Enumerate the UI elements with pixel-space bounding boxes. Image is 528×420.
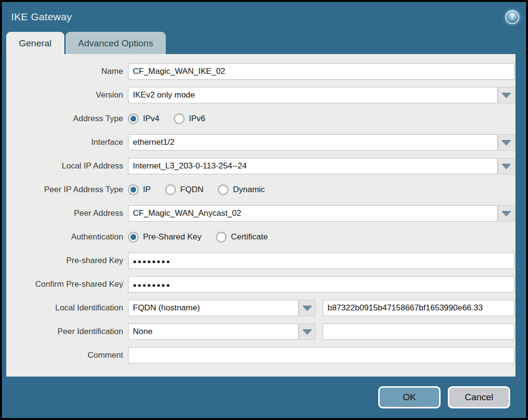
radio-label: IPv6 (189, 114, 205, 124)
peer-address-dropdown-value[interactable]: CF_Magic_WAN_Anycast_02 (128, 205, 498, 222)
chevron-down-icon (501, 140, 511, 145)
version-dropdown: IKEv2 only mode (128, 87, 514, 103)
row-version: Version IKEv2 only mode (6, 87, 514, 103)
peer-address-dropdown-button[interactable] (498, 205, 514, 222)
radio-option-pre-shared-key[interactable]: Pre-Shared Key (128, 232, 201, 242)
local-identification-type-value[interactable]: FQDN (hostname) (128, 300, 299, 316)
row-local-ip-address: Local IP Address Internet_L3_203-0-113-2… (6, 158, 514, 174)
version-dropdown-button[interactable] (498, 87, 514, 103)
row-address-type: Address Type IPv4 IPv6 (6, 111, 514, 127)
comment-input[interactable] (128, 347, 514, 364)
radio-label: IP (143, 185, 151, 195)
ok-button[interactable]: OK (378, 386, 441, 408)
ike-gateway-dialog: IKE Gateway ? General Advanced Options N… (0, 0, 528, 420)
help-icon[interactable]: ? (505, 10, 519, 24)
row-comment: Comment (6, 347, 514, 364)
row-pre-shared-key: Pre-shared Key (6, 252, 514, 269)
row-peer-address: Peer Address CF_Magic_WAN_Anycast_02 (6, 205, 514, 222)
version-label: Version (6, 90, 123, 100)
peer-identification-type-value[interactable]: None (128, 323, 299, 340)
local-identification-label: Local Identification (6, 303, 123, 313)
radio-selected-icon[interactable] (128, 184, 139, 195)
tab-general[interactable]: General (6, 32, 64, 54)
row-name: Name (6, 63, 514, 80)
authentication-radio-group: Pre-Shared Key Certificate (128, 232, 268, 242)
row-peer-ip-address-type: Peer IP Address Type IP FQDN Dynamic (6, 182, 514, 198)
radio-label: IPv4 (143, 114, 159, 124)
radio-label: Dynamic (233, 185, 265, 195)
peer-address-dropdown: CF_Magic_WAN_Anycast_02 (128, 205, 514, 222)
radio-option-dynamic[interactable]: Dynamic (218, 184, 265, 195)
tab-bar: General Advanced Options (2, 32, 526, 54)
general-tab-panel: Name Version IKEv2 only mode Address Typ… (6, 54, 515, 377)
name-label: Name (6, 67, 123, 76)
chevron-down-icon (302, 306, 312, 311)
chevron-down-icon (501, 93, 511, 98)
local-ip-dropdown: Internet_L3_203-0-113-254--24 (128, 158, 514, 174)
peer-address-label: Peer Address (6, 209, 123, 218)
local-ip-dropdown-button[interactable] (498, 158, 514, 174)
authentication-label: Authentication (6, 232, 123, 242)
radio-option-ip[interactable]: IP (128, 184, 151, 195)
radio-unselected-icon[interactable] (216, 232, 227, 242)
radio-option-certificate[interactable]: Certificate (216, 232, 268, 242)
radio-option-ipv6[interactable]: IPv6 (174, 113, 205, 124)
cancel-button[interactable]: Cancel (448, 386, 510, 408)
dialog-titlebar: IKE Gateway ? (2, 2, 526, 32)
radio-label: FQDN (180, 185, 203, 195)
peer-identification-value-input[interactable] (323, 323, 514, 340)
version-dropdown-value[interactable]: IKEv2 only mode (128, 87, 498, 103)
row-local-identification: Local Identification FQDN (hostname) (6, 300, 514, 316)
interface-label: Interface (6, 138, 123, 147)
peer-identification-label: Peer Identification (6, 327, 123, 336)
chevron-down-icon (302, 329, 312, 335)
confirm-pre-shared-key-input[interactable] (128, 276, 514, 293)
row-authentication: Authentication Pre-Shared Key Certificat… (6, 229, 514, 245)
address-type-radio-group: IPv4 IPv6 (128, 113, 205, 124)
peer-ip-address-type-label: Peer IP Address Type (6, 185, 123, 195)
radio-unselected-icon[interactable] (165, 184, 176, 195)
chevron-down-icon (501, 211, 511, 216)
interface-dropdown-button[interactable] (498, 134, 514, 151)
local-ip-address-label: Local IP Address (6, 161, 123, 171)
radio-selected-icon[interactable] (128, 232, 139, 242)
pre-shared-key-label: Pre-shared Key (6, 256, 123, 266)
comment-label: Comment (6, 350, 123, 360)
address-type-label: Address Type (6, 114, 123, 124)
peer-ip-type-radio-group: IP FQDN Dynamic (128, 184, 265, 195)
tab-advanced-options[interactable]: Advanced Options (66, 32, 166, 54)
dialog-footer: OK Cancel (2, 377, 526, 418)
chevron-down-icon (501, 164, 511, 169)
local-ip-dropdown-value[interactable]: Internet_L3_203-0-113-254--24 (128, 158, 498, 174)
radio-selected-icon[interactable] (128, 113, 139, 124)
dialog-title: IKE Gateway (11, 11, 72, 23)
name-input[interactable] (128, 63, 514, 80)
local-identification-type-dropdown: FQDN (hostname) (128, 300, 315, 316)
peer-identification-dropdown-button[interactable] (299, 323, 315, 340)
row-interface: Interface ethernet1/2 (6, 134, 514, 151)
radio-unselected-icon[interactable] (174, 113, 185, 124)
peer-identification-type-dropdown: None (128, 323, 315, 340)
radio-unselected-icon[interactable] (218, 184, 228, 195)
pre-shared-key-input[interactable] (128, 252, 514, 269)
interface-dropdown-value[interactable]: ethernet1/2 (128, 134, 498, 151)
local-identification-dropdown-button[interactable] (299, 300, 315, 316)
row-peer-identification: Peer Identification None (6, 323, 514, 340)
radio-option-ipv4[interactable]: IPv4 (128, 113, 159, 124)
radio-label: Certificate (231, 232, 268, 242)
radio-label: Pre-Shared Key (143, 232, 201, 242)
interface-dropdown: ethernet1/2 (128, 134, 514, 151)
local-identification-value-input[interactable] (323, 300, 514, 316)
row-confirm-pre-shared-key: Confirm Pre-shared Key (6, 276, 514, 293)
radio-option-fqdn[interactable]: FQDN (165, 184, 203, 195)
confirm-pre-shared-key-label: Confirm Pre-shared Key (6, 280, 123, 289)
